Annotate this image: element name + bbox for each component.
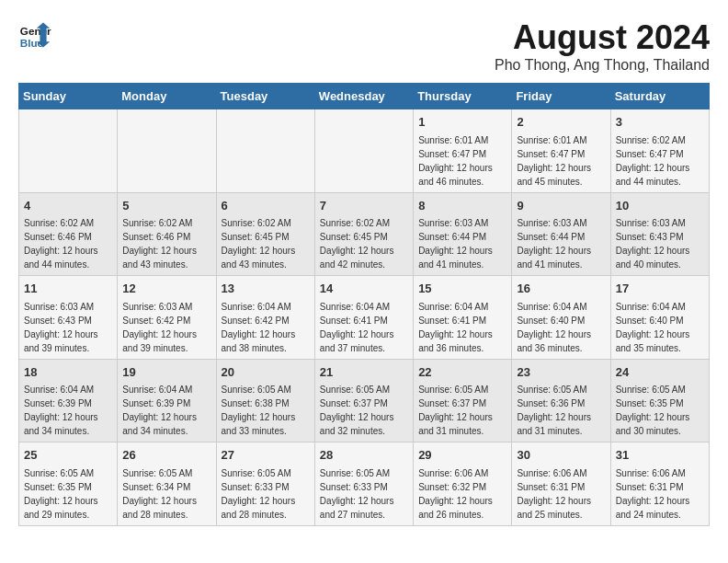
day-number: 16: [517, 280, 605, 298]
day-number: 6: [222, 197, 310, 215]
day-number: 15: [418, 280, 506, 298]
week-row-1: 1Sunrise: 6:01 AM Sunset: 6:47 PM Daylig…: [19, 109, 710, 193]
day-info: Sunrise: 6:02 AM Sunset: 6:47 PM Dayligh…: [616, 133, 704, 189]
calendar-cell: [19, 109, 118, 193]
calendar-cell: 17Sunrise: 6:04 AM Sunset: 6:40 PM Dayli…: [610, 276, 709, 360]
month-title: August 2024: [495, 18, 710, 57]
day-info: Sunrise: 6:01 AM Sunset: 6:47 PM Dayligh…: [418, 133, 506, 189]
week-row-4: 18Sunrise: 6:04 AM Sunset: 6:39 PM Dayli…: [19, 359, 710, 442]
calendar-cell: 18Sunrise: 6:04 AM Sunset: 6:39 PM Dayli…: [19, 359, 118, 442]
calendar-cell: 3Sunrise: 6:02 AM Sunset: 6:47 PM Daylig…: [610, 109, 709, 193]
day-info: Sunrise: 6:06 AM Sunset: 6:32 PM Dayligh…: [418, 466, 506, 522]
calendar-cell: 30Sunrise: 6:06 AM Sunset: 6:31 PM Dayli…: [512, 442, 610, 526]
day-info: Sunrise: 6:05 AM Sunset: 6:37 PM Dayligh…: [320, 383, 408, 438]
location: Pho Thong, Ang Thong, Thailand: [495, 57, 710, 74]
weekday-header-thursday: Thursday: [414, 84, 512, 109]
week-row-2: 4Sunrise: 6:02 AM Sunset: 6:46 PM Daylig…: [19, 192, 710, 276]
calendar-cell: 24Sunrise: 6:05 AM Sunset: 6:35 PM Dayli…: [610, 359, 709, 442]
calendar-cell: 28Sunrise: 6:05 AM Sunset: 6:33 PM Dayli…: [314, 442, 413, 526]
day-info: Sunrise: 6:02 AM Sunset: 6:45 PM Dayligh…: [320, 216, 408, 271]
day-info: Sunrise: 6:01 AM Sunset: 6:47 PM Dayligh…: [517, 133, 605, 189]
day-info: Sunrise: 6:05 AM Sunset: 6:35 PM Dayligh…: [616, 383, 704, 438]
weekday-header-sunday: Sunday: [19, 84, 118, 109]
day-number: 28: [320, 446, 408, 465]
day-info: Sunrise: 6:03 AM Sunset: 6:42 PM Dayligh…: [122, 300, 210, 355]
calendar-cell: 15Sunrise: 6:04 AM Sunset: 6:41 PM Dayli…: [414, 276, 512, 360]
day-number: 31: [616, 446, 704, 465]
day-number: 1: [418, 113, 506, 132]
calendar-cell: [118, 109, 216, 193]
day-number: 5: [122, 197, 210, 215]
calendar-cell: 4Sunrise: 6:02 AM Sunset: 6:46 PM Daylig…: [19, 192, 118, 276]
day-info: Sunrise: 6:05 AM Sunset: 6:33 PM Dayligh…: [320, 466, 408, 522]
day-number: 18: [24, 363, 112, 382]
weekday-header-row: SundayMondayTuesdayWednesdayThursdayFrid…: [19, 84, 710, 109]
day-number: 4: [24, 197, 112, 215]
day-info: Sunrise: 6:06 AM Sunset: 6:31 PM Dayligh…: [616, 466, 704, 522]
week-row-3: 11Sunrise: 6:03 AM Sunset: 6:43 PM Dayli…: [19, 276, 710, 360]
calendar-cell: 21Sunrise: 6:05 AM Sunset: 6:37 PM Dayli…: [314, 359, 413, 442]
day-info: Sunrise: 6:04 AM Sunset: 6:41 PM Dayligh…: [320, 300, 408, 355]
day-number: 14: [320, 280, 408, 298]
day-number: 19: [122, 363, 210, 382]
day-number: 27: [222, 446, 310, 465]
day-info: Sunrise: 6:04 AM Sunset: 6:40 PM Dayligh…: [616, 300, 704, 355]
day-info: Sunrise: 6:02 AM Sunset: 6:45 PM Dayligh…: [222, 216, 310, 271]
calendar-cell: 22Sunrise: 6:05 AM Sunset: 6:37 PM Dayli…: [414, 359, 512, 442]
day-number: 25: [24, 446, 112, 465]
calendar-cell: 29Sunrise: 6:06 AM Sunset: 6:32 PM Dayli…: [414, 442, 512, 526]
day-info: Sunrise: 6:03 AM Sunset: 6:43 PM Dayligh…: [24, 300, 112, 355]
day-number: 24: [616, 363, 704, 382]
calendar-cell: [216, 109, 314, 193]
day-number: 7: [320, 197, 408, 215]
calendar-cell: 20Sunrise: 6:05 AM Sunset: 6:38 PM Dayli…: [216, 359, 314, 442]
calendar-cell: 26Sunrise: 6:05 AM Sunset: 6:34 PM Dayli…: [118, 442, 216, 526]
logo-icon: General Blue: [18, 18, 51, 52]
calendar-cell: 10Sunrise: 6:03 AM Sunset: 6:43 PM Dayli…: [610, 192, 709, 276]
day-number: 26: [122, 446, 210, 465]
day-info: Sunrise: 6:04 AM Sunset: 6:42 PM Dayligh…: [222, 300, 310, 355]
calendar-cell: 19Sunrise: 6:04 AM Sunset: 6:39 PM Dayli…: [118, 359, 216, 442]
day-number: 11: [24, 280, 112, 298]
page-header: General Blue August 2024 Pho Thong, Ang …: [18, 18, 710, 74]
logo: General Blue: [18, 18, 51, 52]
day-number: 10: [616, 197, 704, 215]
day-info: Sunrise: 6:03 AM Sunset: 6:43 PM Dayligh…: [616, 216, 704, 271]
calendar-cell: 2Sunrise: 6:01 AM Sunset: 6:47 PM Daylig…: [512, 109, 610, 193]
day-number: 22: [418, 363, 506, 382]
weekday-header-saturday: Saturday: [610, 84, 709, 109]
calendar-cell: 27Sunrise: 6:05 AM Sunset: 6:33 PM Dayli…: [216, 442, 314, 526]
day-number: 9: [517, 197, 605, 215]
calendar-cell: 14Sunrise: 6:04 AM Sunset: 6:41 PM Dayli…: [314, 276, 413, 360]
weekday-header-friday: Friday: [512, 84, 610, 109]
calendar-cell: 13Sunrise: 6:04 AM Sunset: 6:42 PM Dayli…: [216, 276, 314, 360]
day-number: 20: [222, 363, 310, 382]
calendar-cell: 6Sunrise: 6:02 AM Sunset: 6:45 PM Daylig…: [216, 192, 314, 276]
calendar-cell: 7Sunrise: 6:02 AM Sunset: 6:45 PM Daylig…: [314, 192, 413, 276]
calendar-cell: 1Sunrise: 6:01 AM Sunset: 6:47 PM Daylig…: [414, 109, 512, 193]
calendar-cell: 31Sunrise: 6:06 AM Sunset: 6:31 PM Dayli…: [610, 442, 709, 526]
day-info: Sunrise: 6:04 AM Sunset: 6:39 PM Dayligh…: [122, 383, 210, 438]
week-row-5: 25Sunrise: 6:05 AM Sunset: 6:35 PM Dayli…: [19, 442, 710, 526]
day-number: 13: [222, 280, 310, 298]
day-info: Sunrise: 6:03 AM Sunset: 6:44 PM Dayligh…: [418, 216, 506, 271]
calendar-cell: 16Sunrise: 6:04 AM Sunset: 6:40 PM Dayli…: [512, 276, 610, 360]
day-info: Sunrise: 6:05 AM Sunset: 6:36 PM Dayligh…: [517, 383, 605, 438]
calendar-table: SundayMondayTuesdayWednesdayThursdayFrid…: [18, 83, 710, 526]
day-number: 21: [320, 363, 408, 382]
weekday-header-wednesday: Wednesday: [314, 84, 413, 109]
day-info: Sunrise: 6:05 AM Sunset: 6:38 PM Dayligh…: [222, 383, 310, 438]
day-info: Sunrise: 6:05 AM Sunset: 6:34 PM Dayligh…: [122, 466, 210, 522]
day-info: Sunrise: 6:05 AM Sunset: 6:37 PM Dayligh…: [418, 383, 506, 438]
calendar-cell: 23Sunrise: 6:05 AM Sunset: 6:36 PM Dayli…: [512, 359, 610, 442]
day-info: Sunrise: 6:02 AM Sunset: 6:46 PM Dayligh…: [122, 216, 210, 271]
day-info: Sunrise: 6:03 AM Sunset: 6:44 PM Dayligh…: [517, 216, 605, 271]
calendar-cell: 25Sunrise: 6:05 AM Sunset: 6:35 PM Dayli…: [19, 442, 118, 526]
calendar-cell: 5Sunrise: 6:02 AM Sunset: 6:46 PM Daylig…: [118, 192, 216, 276]
day-info: Sunrise: 6:04 AM Sunset: 6:39 PM Dayligh…: [24, 383, 112, 438]
day-info: Sunrise: 6:06 AM Sunset: 6:31 PM Dayligh…: [517, 466, 605, 522]
day-number: 30: [517, 446, 605, 465]
day-number: 17: [616, 280, 704, 298]
day-number: 23: [517, 363, 605, 382]
calendar-cell: 8Sunrise: 6:03 AM Sunset: 6:44 PM Daylig…: [414, 192, 512, 276]
